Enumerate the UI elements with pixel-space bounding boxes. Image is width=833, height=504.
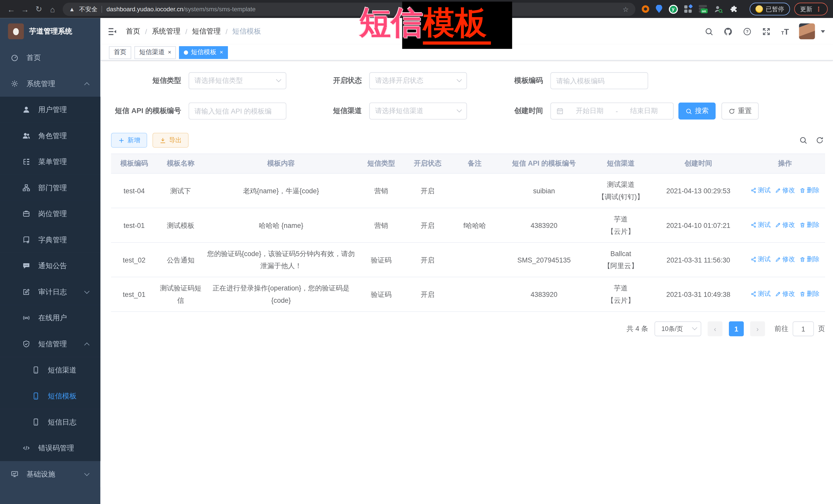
sms-type-select[interactable]: 请选择短信类型 <box>189 72 286 89</box>
test-link[interactable]: 测试 <box>751 253 771 266</box>
test-link[interactable]: 测试 <box>751 288 771 300</box>
browser-home-icon[interactable]: ⌂ <box>46 2 60 16</box>
filter-status: 开启状态 请选择开启状态 <box>298 72 467 89</box>
sidebar-item-system[interactable]: 系统管理 <box>0 71 100 97</box>
share-icon <box>751 257 756 263</box>
shield-check-icon <box>22 340 30 348</box>
help-icon[interactable] <box>743 27 752 36</box>
hamburger-icon[interactable] <box>108 26 117 37</box>
status-select[interactable]: 请选择开启状态 <box>369 72 467 89</box>
annotation-label: 短信模板 <box>359 6 491 40</box>
refresh-table-icon[interactable] <box>815 136 824 144</box>
sidebar-item-notice[interactable]: 通知公告 <box>0 253 100 279</box>
tab-sms-template[interactable]: 短信模板 × <box>179 46 228 59</box>
bookmark-star-icon[interactable]: ☆ <box>622 5 629 13</box>
extension-on-list-icon[interactable]: on <box>699 5 707 13</box>
edit-link[interactable]: 修改 <box>775 184 795 197</box>
delete-link[interactable]: 删除 <box>799 219 819 231</box>
sidebar-item-posts[interactable]: 岗位管理 <box>0 201 100 227</box>
sidebar-logo[interactable]: 芋道管理系统 <box>0 18 100 45</box>
test-link[interactable]: 测试 <box>751 184 771 197</box>
fullscreen-icon[interactable] <box>762 27 771 36</box>
delete-link[interactable]: 删除 <box>799 184 819 197</box>
sidebar-item-online-users[interactable]: 在线用户 <box>0 305 100 331</box>
extension-grid-icon[interactable] <box>684 5 692 13</box>
phone-icon <box>32 392 40 400</box>
font-size-icon[interactable]: TT <box>781 27 789 35</box>
book-icon <box>22 236 30 244</box>
end-date-placeholder[interactable]: 结束日期 <box>620 106 668 116</box>
breadcrumb-system[interactable]: 系统管理 <box>152 27 181 36</box>
sidebar-item-sms-log[interactable]: 短信日志 <box>0 409 100 435</box>
export-button[interactable]: 导出 <box>152 133 189 148</box>
pencil-icon <box>775 257 781 263</box>
url-path[interactable]: /system/sms/sms-template <box>183 6 256 12</box>
extension-y-icon[interactable]: y <box>669 5 677 14</box>
toggle-search-icon[interactable] <box>799 136 807 144</box>
sidebar-item-menus[interactable]: 菜单管理 <box>0 149 100 175</box>
breadcrumb-home[interactable]: 首页 <box>126 27 140 36</box>
tab-sms-channel[interactable]: 短信渠道 × <box>134 46 176 59</box>
profile-paused-chip[interactable]: 已暂停 <box>749 3 790 16</box>
api-template-id-input[interactable] <box>189 103 286 119</box>
annotation-text-red: 模板 <box>423 5 491 45</box>
table-toolbar: 新增 导出 <box>111 133 825 148</box>
sidebar-item-error-code[interactable]: 错误码管理 <box>0 435 100 461</box>
sidebar-item-infra[interactable]: 基础设施 <box>0 461 100 487</box>
browser-reload-icon[interactable]: ↻ <box>32 2 46 16</box>
browser-menu-kebab-icon[interactable]: ⋮ <box>815 5 822 13</box>
user-avatar[interactable] <box>799 23 815 39</box>
test-link[interactable]: 测试 <box>751 219 771 231</box>
extension-blue-drop-icon[interactable] <box>655 5 662 13</box>
edit-link[interactable]: 修改 <box>775 253 795 266</box>
extension-orange-ring-icon[interactable] <box>641 5 649 13</box>
sidebar-item-dict[interactable]: 字典管理 <box>0 227 100 253</box>
annotation-text-pink: 短信 <box>359 5 423 41</box>
sidebar-item-depts[interactable]: 部门管理 <box>0 175 100 201</box>
add-button[interactable]: 新增 <box>111 133 147 148</box>
delete-link[interactable]: 删除 <box>799 253 819 266</box>
close-icon[interactable]: × <box>168 49 171 55</box>
browser-forward-icon[interactable]: → <box>18 2 32 16</box>
share-icon <box>751 291 756 297</box>
extensions-puzzle-icon[interactable] <box>729 5 738 13</box>
prev-page-button[interactable]: ‹ <box>708 321 722 336</box>
browser-back-icon[interactable]: ← <box>4 2 18 16</box>
search-button[interactable]: 搜索 <box>679 102 716 119</box>
delete-link[interactable]: 删除 <box>799 288 819 300</box>
edit-link[interactable]: 修改 <box>775 288 795 300</box>
sidebar-item-home[interactable]: 首页 <box>0 45 100 71</box>
chevron-down-icon <box>85 471 90 476</box>
tab-home[interactable]: 首页 <box>109 46 131 59</box>
monitor-icon <box>10 470 19 478</box>
filter-channel: 短信渠道 请选择短信渠道 <box>298 102 467 119</box>
update-label: 更新 <box>800 5 812 13</box>
page-1-button[interactable]: 1 <box>729 321 744 336</box>
next-page-button[interactable]: › <box>750 321 765 336</box>
url-host[interactable]: dashboard.yudao.iocoder.cn <box>106 6 183 12</box>
reset-button[interactable]: 重置 <box>721 102 759 119</box>
github-icon[interactable] <box>724 27 733 36</box>
date-range-picker[interactable]: 开始日期 - 结束日期 <box>550 102 674 119</box>
edit-link[interactable]: 修改 <box>775 219 795 231</box>
trash-icon <box>799 222 805 228</box>
page-size-select[interactable]: 10条/页 <box>654 321 701 336</box>
table-utility-icons <box>799 136 825 144</box>
address-bar[interactable]: ▲ 不安全 dashboard.yudao.iocoder.cn/system/… <box>63 2 635 16</box>
sidebar-item-sms-channel[interactable]: 短信渠道 <box>0 357 100 383</box>
sidebar-item-users[interactable]: 用户管理 <box>0 97 100 123</box>
breadcrumb-sms[interactable]: 短信管理 <box>192 27 221 36</box>
search-icon[interactable] <box>705 27 714 36</box>
sidebar-item-audit-log[interactable]: 审计日志 <box>0 279 100 305</box>
sidebar-item-sms[interactable]: 短信管理 <box>0 331 100 357</box>
sidebar-item-sms-template[interactable]: 短信模板 <box>0 383 100 409</box>
goto-page-input[interactable] <box>793 321 814 336</box>
sidebar-item-roles[interactable]: 角色管理 <box>0 123 100 149</box>
channel-select[interactable]: 请选择短信渠道 <box>369 102 467 119</box>
template-code-input[interactable] <box>551 73 648 89</box>
close-icon[interactable]: × <box>220 49 223 55</box>
extension-person-search-icon[interactable] <box>714 5 723 14</box>
avatar-caret-icon[interactable] <box>821 30 825 32</box>
start-date-placeholder[interactable]: 开始日期 <box>566 106 614 116</box>
browser-update-chip[interactable]: 更新 ⋮ <box>794 3 828 16</box>
